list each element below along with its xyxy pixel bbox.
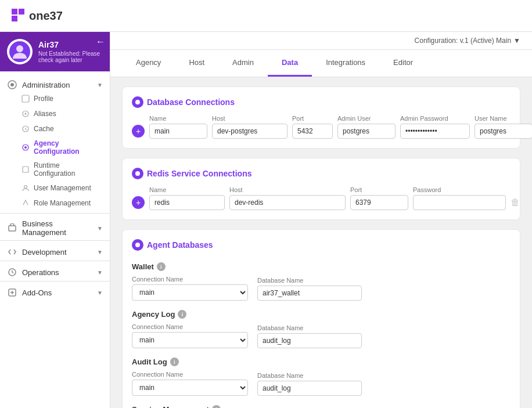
operations-arrow: ▼	[97, 269, 103, 276]
db-user-name-field: User Name	[475, 115, 532, 139]
sidebar-item-role-management[interactable]: Role Management	[0, 196, 110, 211]
profile-icon	[21, 94, 30, 103]
agency-config-icon	[21, 143, 30, 152]
audit-log-title: Audit Log i	[132, 358, 511, 366]
operations-label: Operations	[22, 268, 92, 277]
agency-log-db-input[interactable]	[257, 333, 362, 348]
redis-name-input[interactable]	[149, 195, 225, 210]
delete-redis-button[interactable]: 🗑	[511, 197, 520, 208]
add-db-button[interactable]: +	[132, 125, 145, 138]
aliases-icon	[21, 109, 30, 118]
agency-log-info-icon[interactable]: i	[178, 310, 186, 319]
tab-integrations[interactable]: Integrations	[312, 50, 379, 77]
db-host-input[interactable]	[212, 124, 287, 139]
db-admin-user-input[interactable]	[337, 124, 396, 139]
db-user-name-label: User Name	[475, 115, 532, 122]
agency-log-conn-select[interactable]: main redis	[132, 332, 248, 348]
redis-connections-title: Redis Service Connections	[132, 168, 511, 179]
db-port-input[interactable]	[292, 124, 333, 139]
sidebar-item-business-management[interactable]: Business Management ▼	[0, 216, 110, 238]
db-name-label: Name	[149, 115, 207, 122]
db-admin-password-input[interactable]	[400, 124, 470, 139]
user-mgmt-label: User Management	[34, 184, 91, 192]
redis-port-input[interactable]	[350, 195, 408, 210]
sidebar-item-cache[interactable]: Cache	[0, 121, 110, 136]
audit-log-conn-select[interactable]: main redis	[132, 380, 248, 396]
development-label: Development	[22, 248, 92, 257]
audit-log-db-input[interactable]	[257, 381, 362, 396]
wallet-section: Wallet i Connection Name main redis D	[132, 258, 511, 305]
agent-db-section-icon	[132, 239, 143, 251]
profile-label: Profile	[34, 95, 53, 103]
development-icon	[7, 247, 17, 257]
agency-config-label: Agency Configuration	[34, 139, 103, 156]
administration-arrow: ▼	[97, 82, 103, 88]
sidebar-item-profile[interactable]: Profile	[0, 91, 110, 106]
redis-section-icon	[132, 168, 143, 179]
wallet-db-field: Database Name	[257, 277, 373, 301]
wallet-conn-label: Connection Name	[132, 276, 248, 283]
db-name-input[interactable]	[149, 124, 207, 139]
user-mgmt-icon	[21, 183, 30, 193]
back-button[interactable]: ←	[96, 37, 105, 47]
redis-host-input[interactable]	[229, 195, 346, 210]
wallet-db-input[interactable]	[257, 286, 362, 301]
add-ons-label: Add-Ons	[22, 288, 92, 297]
tab-agency[interactable]: Agency	[122, 50, 175, 77]
audit-log-info-icon[interactable]: i	[170, 358, 179, 366]
db-user-name-input[interactable]	[475, 124, 532, 139]
config-header-label[interactable]: Configuration: v.1 (Active) Main ▼	[415, 37, 520, 45]
session-mgmt-info-icon[interactable]: i	[212, 405, 221, 408]
redis-password-field: Password	[413, 186, 506, 210]
sidebar-item-operations[interactable]: Operations ▼	[0, 263, 110, 279]
redis-host-label: Host	[229, 186, 346, 193]
runtime-label: Runtime Configuration	[34, 161, 103, 178]
sidebar-item-administration[interactable]: Administration ▼	[0, 76, 110, 91]
operations-icon	[7, 267, 17, 277]
sidebar-item-runtime-configuration[interactable]: Runtime Configuration	[0, 158, 110, 180]
sidebar-item-user-management[interactable]: User Management	[0, 180, 110, 196]
wallet-title-text: Wallet	[132, 262, 154, 271]
agency-log-row: Connection Name main redis Database Name	[132, 323, 511, 348]
audit-log-title-text: Audit Log	[132, 358, 167, 366]
cache-icon	[21, 124, 30, 133]
agency-log-title-text: Agency Log	[132, 310, 175, 319]
config-dropdown-icon: ▼	[513, 37, 520, 45]
add-redis-button[interactable]: +	[132, 196, 145, 209]
wallet-title: Wallet i	[132, 262, 511, 271]
tab-admin[interactable]: Admin	[218, 50, 268, 77]
agency-log-section: Agency Log i Connection Name main redis	[132, 305, 511, 353]
wallet-conn-select[interactable]: main redis	[132, 284, 248, 301]
role-mgmt-icon	[21, 198, 30, 208]
wallet-db-label: Database Name	[257, 277, 373, 284]
redis-password-input[interactable]	[413, 195, 506, 210]
redis-connections-row: + Name Host Port Password	[132, 186, 511, 210]
tab-editor[interactable]: Editor	[379, 50, 427, 77]
profile-info: Air37 Not Established: Please check agai…	[38, 40, 103, 63]
page-content: Database Connections + Name Host Port	[110, 77, 532, 408]
business-mgmt-icon	[7, 223, 17, 233]
business-mgmt-arrow: ▼	[97, 225, 103, 232]
wallet-row: Connection Name main redis Database Name	[132, 276, 511, 301]
wallet-info-icon[interactable]: i	[157, 262, 166, 271]
agency-log-conn-label: Connection Name	[132, 323, 248, 330]
agency-log-db-field: Database Name	[257, 324, 373, 348]
agent-db-title-text: Agent Databases	[147, 240, 213, 250]
audit-log-conn-field: Connection Name main redis	[132, 371, 248, 396]
sidebar-item-add-ons[interactable]: Add-Ons ▼	[0, 284, 110, 299]
db-section-icon	[132, 96, 143, 108]
svg-rect-0	[12, 9, 17, 15]
sidebar-item-agency-configuration[interactable]: Agency Configuration	[0, 136, 110, 158]
logo-icon	[12, 9, 26, 23]
sidebar-profile[interactable]: Air37 Not Established: Please check agai…	[0, 32, 110, 71]
agent-databases-section: Agent Databases Wallet i Connection Name…	[122, 229, 520, 408]
top-bar: one37	[0, 0, 532, 32]
sidebar-item-aliases[interactable]: Aliases	[0, 106, 110, 121]
sidebar-item-development[interactable]: Development ▼	[0, 243, 110, 258]
tab-host[interactable]: Host	[175, 50, 218, 77]
administration-icon	[7, 80, 17, 90]
db-port-field: Port	[292, 115, 333, 139]
add-ons-arrow: ▼	[97, 290, 103, 296]
tab-data[interactable]: Data	[268, 50, 312, 77]
db-admin-user-field: Admin User	[337, 115, 396, 139]
